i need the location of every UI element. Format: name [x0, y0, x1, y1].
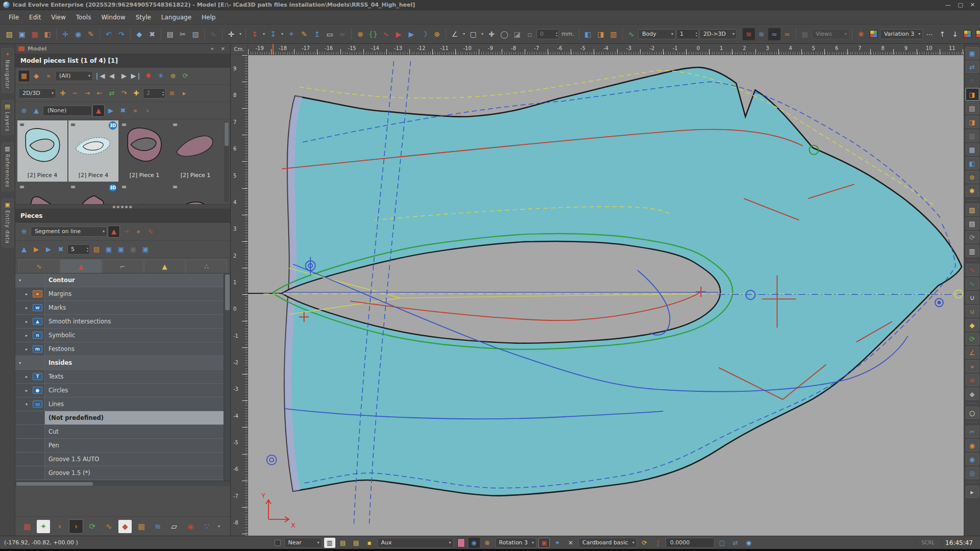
tab-colors[interactable]: ∴	[186, 259, 227, 273]
last-green-button[interactable]: ∿	[966, 278, 979, 290]
piece-yellow-button[interactable]: ◆	[966, 319, 979, 331]
active-color-swatch[interactable]	[457, 538, 465, 547]
dotted-box-button[interactable]: ▢	[717, 538, 728, 548]
folder-camera-button[interactable]: ▨	[966, 204, 979, 216]
piece-ghost-button[interactable]: ›	[53, 520, 66, 533]
menu-view[interactable]: View	[46, 12, 70, 22]
stamp-button[interactable]: ▤	[91, 244, 102, 255]
spinner-icon[interactable]: ▴▾	[554, 31, 557, 37]
piece-thumbnail[interactable]: ∞3D	[68, 183, 118, 204]
palette-pin-icon[interactable]	[976, 30, 980, 38]
dropdown-caret-icon[interactable]: ▾	[261, 32, 266, 36]
tree-row[interactable]: ▸»Margins	[15, 287, 224, 301]
offset-field[interactable]: 0.0000	[666, 538, 715, 548]
eraser-button[interactable]: ◆	[133, 28, 145, 40]
measure-tool-button[interactable]: ↕	[249, 28, 261, 40]
chip-button[interactable]: ▪	[364, 538, 375, 548]
piece-merge-button[interactable]: ≡	[166, 88, 178, 99]
bulb-button[interactable]: ○	[966, 407, 979, 419]
wrench-button[interactable]: ✕	[565, 538, 576, 548]
piece-in-button[interactable]: →	[82, 88, 93, 99]
dropdown-caret-icon[interactable]: ▾	[480, 32, 485, 36]
paper-button[interactable]: ▱	[167, 520, 181, 533]
piece-thumbnail[interactable]: ∞3D[2] Piece 4	[68, 120, 118, 182]
knife-button[interactable]: ∿	[625, 28, 638, 40]
shoe-sync-button[interactable]: ⟳	[966, 231, 979, 243]
expander-icon[interactable]: ▾	[26, 402, 31, 407]
dimension-mode-select[interactable]: 2D/3D▾	[18, 88, 56, 98]
window-dark-button[interactable]: ▥	[966, 130, 979, 142]
dock-tab-references[interactable]: ▥References	[2, 142, 14, 191]
refresh-button[interactable]: ⟳	[639, 538, 650, 548]
pin-icon[interactable]: ⌖	[209, 46, 216, 52]
dock-tab-navigator[interactable]: ✦Navigator	[2, 48, 14, 93]
sync-button[interactable]: ⇄	[730, 538, 741, 548]
redo-button[interactable]: ↷	[115, 28, 128, 40]
path-eye-2-button[interactable]: ◎	[966, 467, 979, 479]
dock-tab-entity-data[interactable]: ▣Entity data	[2, 198, 14, 247]
collage-button[interactable]: ▦	[135, 520, 148, 533]
show-add-button[interactable]: ⊕	[167, 70, 179, 82]
tree-row[interactable]: ▾▭Lines	[15, 397, 224, 411]
expander-icon[interactable]: ▸	[26, 374, 31, 379]
pencil-button[interactable]: ✎	[298, 28, 310, 40]
segment-pieces-button[interactable]: »	[133, 226, 144, 237]
select-red-button[interactable]: ▶	[393, 28, 405, 40]
menu-help[interactable]: Help	[197, 12, 220, 22]
pan-tool-button[interactable]: ✛	[59, 28, 71, 40]
expander-icon[interactable]: ▸	[26, 333, 31, 338]
zoom-tool-button[interactable]: ◉	[72, 28, 84, 40]
visibility-button[interactable]: ◉	[469, 538, 480, 548]
lamp-button[interactable]: ◉	[743, 538, 754, 548]
heel-shoe-button[interactable]: ∠	[966, 346, 979, 359]
copy-entity-3-button[interactable]: ▣	[128, 244, 139, 255]
grid-view-button[interactable]: ▦	[18, 70, 30, 82]
curve-current-button[interactable]: ▲	[93, 105, 104, 116]
window-magnet-button[interactable]: ◧	[966, 157, 979, 169]
piece-outline-button[interactable]: ∪	[966, 291, 979, 304]
lock-status-button[interactable]: ⊗	[482, 538, 493, 548]
window-pieces-button[interactable]: ▤	[966, 102, 979, 114]
material-select[interactable]: Cardboard basic▾	[578, 538, 637, 548]
spinner-icon[interactable]: ▴▾	[160, 90, 164, 96]
menu-file[interactable]: File	[4, 12, 23, 22]
palette-add-icon[interactable]	[964, 30, 971, 38]
pin-tool-button[interactable]: ✛	[225, 28, 237, 40]
tree-row[interactable]: Groove 1.5 (*)	[15, 466, 224, 480]
copy-entity-2-button[interactable]: ▣	[115, 244, 127, 255]
expander-icon[interactable]: ▸	[26, 292, 31, 296]
save-model-button[interactable]: ▣	[16, 28, 28, 40]
curve-add-button[interactable]: ⊕	[18, 105, 30, 116]
layers-button[interactable]: ▤	[337, 538, 349, 548]
cursor-flag-button[interactable]: ▶	[105, 105, 116, 116]
tree-row[interactable]: Groove 1.5 AUTO	[15, 453, 224, 466]
lock-entities-button[interactable]: ⊗	[354, 28, 366, 40]
tab-steps[interactable]: ⌐	[102, 259, 143, 273]
toggle-pieces-blue-button[interactable]: ≋	[755, 28, 768, 40]
blue-ring-marker-right[interactable]	[935, 298, 943, 307]
snap-mode-select[interactable]: Near▾	[284, 538, 322, 548]
heel-button[interactable]: ∿	[102, 520, 115, 533]
dropdown-caret-icon[interactable]: ▾	[280, 32, 285, 36]
variation-edit-button[interactable]: ✱	[855, 28, 867, 40]
link-curve-button[interactable]: ∞	[336, 28, 349, 40]
model-lock-button[interactable]: ◧	[41, 28, 54, 40]
window-piece-button[interactable]: ◨	[966, 88, 979, 101]
blue-anchor-marker-bottom[interactable]	[267, 455, 277, 465]
piece-filter-select[interactable]: (All)▾	[55, 71, 93, 81]
dock-tab-layers[interactable]: ▤Layers	[2, 100, 14, 135]
mode-2d3d-select[interactable]: 2D->3D▾	[699, 29, 737, 39]
menu-tools[interactable]: Tools	[71, 12, 96, 22]
minimize-button[interactable]: —	[945, 2, 950, 8]
pages-arrow-button[interactable]: ▥	[966, 245, 979, 257]
pin-point-button[interactable]: ↥	[311, 28, 323, 40]
tree-row[interactable]: (Not predefined)	[15, 411, 224, 425]
window-lock-button[interactable]: ⊗	[966, 171, 979, 183]
paste-button[interactable]: ▧	[189, 28, 202, 40]
spinner-icon[interactable]: ▴▾	[85, 246, 88, 253]
camera-button[interactable]: ▦	[799, 28, 811, 40]
piece-thumbnail[interactable]: ∞[2] Piece 4	[17, 120, 67, 182]
drawing-canvas[interactable]: Y X	[248, 55, 964, 536]
entity-dots-button[interactable]: ▶	[43, 244, 54, 255]
lock-entity-button[interactable]: ▣	[140, 244, 151, 255]
